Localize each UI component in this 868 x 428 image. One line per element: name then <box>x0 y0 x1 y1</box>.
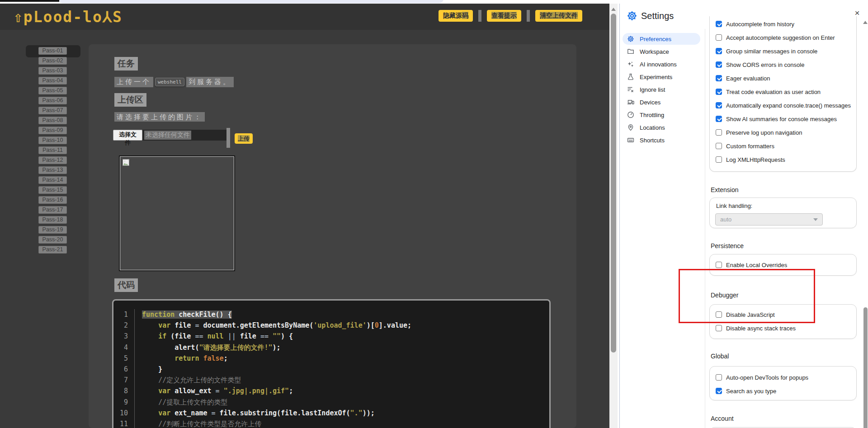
setting-row-autocomplete-from-history[interactable]: Autocomplete from history <box>710 17 856 31</box>
setting-row-eager-evaluation[interactable]: Eager evaluation <box>710 71 856 85</box>
pass-sidebar: Pass-01Pass-02Pass-03Pass-04Pass-05Pass-… <box>38 47 67 254</box>
flask-icon <box>627 73 634 80</box>
settings-menu-item-experiments[interactable]: Experiments <box>620 71 705 83</box>
sidebar-item-pass-17[interactable]: Pass-17 <box>38 206 67 214</box>
choose-file-button[interactable]: 选择文件 <box>113 130 142 141</box>
file-input-strip[interactable]: 未选择任何文件 <box>142 130 226 141</box>
webshell-badge: webshell <box>155 78 184 86</box>
settings-menu-item-shortcuts[interactable]: Shortcuts <box>620 134 705 146</box>
setting-row-accept-autocomplete-suggestion-on-enter[interactable]: Accept autocomplete suggestion on Enter <box>710 31 856 44</box>
header-actions: 隐藏源码查看提示清空上传文件 <box>439 10 582 22</box>
screenshot-root: ⇧pLood-lo⅄S 隐藏源码查看提示清空上传文件 Pass-01Pass-0… <box>0 0 868 428</box>
header-button[interactable]: 查看提示 <box>487 10 521 22</box>
sidebar-item-pass-20[interactable]: Pass-20 <box>38 236 67 244</box>
line-number: 10 <box>113 408 134 419</box>
setting-row-disable-async-stack-traces[interactable]: Disable async stack traces <box>710 321 856 335</box>
sidebar-item-pass-02[interactable]: Pass-02 <box>38 57 67 65</box>
header-button-separator <box>527 10 530 22</box>
settings-menu-item-devices[interactable]: Devices <box>620 96 705 108</box>
checkbox[interactable] <box>716 262 722 268</box>
checkbox[interactable] <box>716 102 722 108</box>
upload-button[interactable]: 上传 <box>235 133 253 144</box>
setting-row-log-xmlhttprequests[interactable]: Log XMLHttpRequests <box>710 153 856 166</box>
sidebar-item-pass-10[interactable]: Pass-10 <box>38 136 67 144</box>
sidebar-item-pass-12[interactable]: Pass-12 <box>38 156 67 164</box>
checkbox[interactable] <box>716 21 722 27</box>
checkbox[interactable] <box>716 374 722 381</box>
sidebar-item-pass-03[interactable]: Pass-03 <box>38 67 67 75</box>
setting-row-auto-open-devtools-for-popups[interactable]: Auto-open DevTools for popups <box>710 371 856 384</box>
location-pin-icon <box>627 124 634 131</box>
browser-omnibox-edge <box>58 0 443 3</box>
sidebar-item-pass-14[interactable]: Pass-14 <box>38 176 67 184</box>
setting-row-group-similar-messages-in-console[interactable]: Group similar messages in console <box>710 44 856 58</box>
line-number: 8 <box>113 386 134 396</box>
line-number: 7 <box>113 375 134 386</box>
settings-menu-item-ai-innovations[interactable]: AI innovations <box>620 58 705 71</box>
checkbox[interactable] <box>716 34 722 41</box>
checkbox[interactable] <box>716 156 722 163</box>
scrollbar-up-arrow-icon[interactable] <box>863 21 868 24</box>
sidebar-item-pass-15[interactable]: Pass-15 <box>38 186 67 194</box>
task-text-after: 到服务器。 <box>186 77 234 87</box>
ignore-list-icon <box>627 86 634 93</box>
sidebar-item-pass-18[interactable]: Pass-18 <box>38 216 67 224</box>
header-button[interactable]: 隐藏源码 <box>439 10 473 22</box>
setting-row-automatically-expand-console-trace-messages[interactable]: Automatically expand console.trace() mes… <box>710 99 856 112</box>
sidebar-item-pass-01[interactable]: Pass-01 <box>38 47 67 55</box>
sidebar-item-pass-13[interactable]: Pass-13 <box>38 166 67 174</box>
sidebar-item-pass-06[interactable]: Pass-06 <box>38 97 67 104</box>
sidebar-item-pass-07[interactable]: Pass-07 <box>38 107 67 114</box>
scrollbar-up-arrow-icon[interactable] <box>611 8 616 11</box>
settings-menu-item-throttling[interactable]: Throttling <box>620 108 705 121</box>
page-scrollbar-thumb[interactable] <box>611 14 616 353</box>
checkbox[interactable] <box>716 48 722 54</box>
header-button-separator <box>478 10 481 22</box>
source-code-block: 1function checkFile() {2 var file = docu… <box>112 299 551 428</box>
sidebar-item-pass-11[interactable]: Pass-11 <box>38 146 67 154</box>
account-heading: Account <box>711 415 734 422</box>
browser-top-strip <box>0 0 868 4</box>
devtools-scrollbar[interactable] <box>862 17 868 428</box>
sidebar-item-pass-04[interactable]: Pass-04 <box>38 77 67 85</box>
page-scrollbar[interactable] <box>609 4 618 428</box>
sidebar-item-pass-05[interactable]: Pass-05 <box>38 87 67 94</box>
red-annotation-rectangle <box>679 269 815 323</box>
settings-menu-item-workspace[interactable]: Workspace <box>620 45 705 58</box>
checkbox[interactable] <box>716 325 722 331</box>
code-line: 4 alert("请选择要上传的文件!"); <box>113 342 549 353</box>
checkbox[interactable] <box>716 143 722 149</box>
setting-row-custom-formatters[interactable]: Custom formatters <box>710 139 856 153</box>
settings-menu-item-locations[interactable]: Locations <box>620 121 705 134</box>
devtools-scrollbar-thumb[interactable] <box>863 307 868 428</box>
global-heading: Global <box>711 353 729 360</box>
sidebar-item-pass-19[interactable]: Pass-19 <box>38 226 67 234</box>
setting-row-show-cors-errors-in-console[interactable]: Show CORS errors in console <box>710 58 856 71</box>
no-file-selected-text: 未选择任何文件 <box>144 131 191 140</box>
folder-icon <box>627 48 634 55</box>
setting-row-treat-code-evaluation-as-user-action[interactable]: Treat code evaluation as user action <box>710 85 856 99</box>
code-line: 6 } <box>113 364 549 375</box>
line-number: 3 <box>113 331 134 342</box>
sidebar-item-pass-09[interactable]: Pass-09 <box>38 127 67 134</box>
setting-row-show-ai-summaries-for-console-messages[interactable]: Show AI summaries for console messages <box>710 112 856 126</box>
sidebar-item-pass-16[interactable]: Pass-16 <box>38 196 67 204</box>
settings-menu-item-ignore-list[interactable]: Ignore list <box>620 83 705 96</box>
sidebar-item-pass-21[interactable]: Pass-21 <box>38 246 67 254</box>
checkbox[interactable] <box>716 116 722 122</box>
header-button[interactable]: 清空上传文件 <box>535 10 582 22</box>
setting-row-search-as-you-type[interactable]: Search as you type <box>710 384 856 398</box>
line-number: 4 <box>113 342 134 353</box>
sidebar-item-pass-08[interactable]: Pass-08 <box>38 117 67 124</box>
checkbox[interactable] <box>716 388 722 394</box>
settings-menu-item-preferences[interactable]: Preferences <box>620 33 705 45</box>
checkbox[interactable] <box>716 75 722 81</box>
line-number: 5 <box>113 353 134 364</box>
checkbox[interactable] <box>716 61 722 68</box>
keyboard-icon <box>627 136 634 144</box>
checkbox[interactable] <box>716 129 722 136</box>
settings-title: Settings <box>641 11 674 21</box>
checkbox[interactable] <box>716 89 722 95</box>
setting-row-preserve-log-upon-navigation[interactable]: Preserve log upon navigation <box>710 126 856 139</box>
link-handling-select[interactable]: auto <box>715 213 823 226</box>
